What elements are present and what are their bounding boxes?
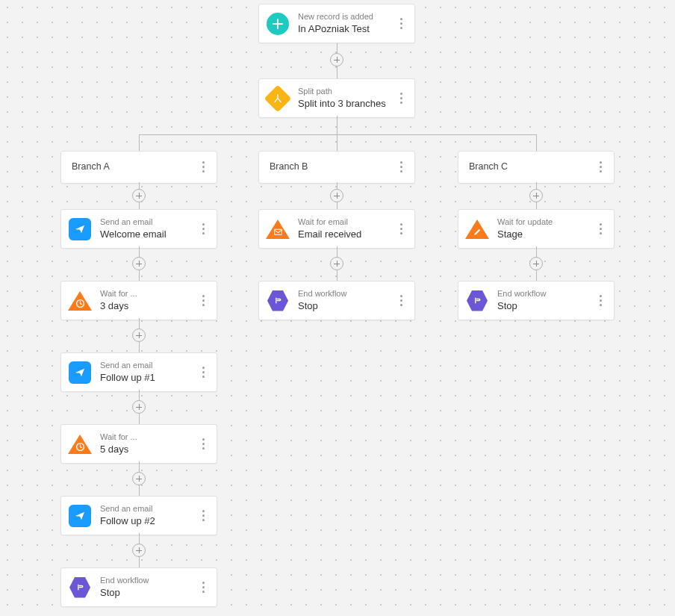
add-step-button[interactable] [330, 257, 343, 270]
kebab-icon[interactable] [194, 223, 212, 234]
kebab-icon[interactable] [194, 438, 212, 449]
connector [536, 134, 537, 151]
node-eyebrow: Send an email [100, 217, 194, 227]
add-step-button[interactable] [132, 544, 146, 557]
branch-a-node-3[interactable]: Wait for ... 5 days [60, 424, 217, 464]
kebab-icon[interactable] [194, 161, 212, 172]
add-step-button[interactable] [529, 257, 543, 270]
node-title: Email received [298, 228, 392, 241]
node-title: Stage [497, 228, 591, 241]
split-eyebrow: Split path [298, 86, 392, 96]
kebab-icon[interactable] [591, 161, 609, 172]
add-step-button[interactable] [330, 53, 343, 66]
node-eyebrow: End workflow [298, 288, 392, 299]
add-step-button[interactable] [132, 329, 146, 342]
branch-b-node-1[interactable]: End workflow Stop [258, 281, 415, 320]
branch-a-node-0[interactable]: Send an email Welcome email [60, 209, 217, 249]
add-step-button[interactable] [132, 189, 146, 202]
plus-icon [267, 13, 289, 35]
node-title: Stop [298, 299, 392, 313]
kebab-icon[interactable] [392, 223, 410, 234]
send-email-icon [69, 361, 91, 384]
connector [139, 134, 536, 135]
wait-clock-icon [69, 290, 91, 312]
send-email-icon [69, 218, 91, 240]
connector [139, 134, 140, 151]
add-step-button[interactable] [529, 189, 543, 202]
workflow-canvas: New record is added In APozniak Test Spl… [0, 0, 675, 616]
node-title: Welcome email [100, 228, 194, 241]
branch-a-node-2[interactable]: Send an email Follow up #1 [60, 352, 217, 392]
node-eyebrow: End workflow [100, 575, 194, 585]
trigger-title: In APozniak Test [298, 22, 392, 36]
branch-c-node-0[interactable]: Wait for update Stage [458, 209, 615, 249]
kebab-icon[interactable] [194, 295, 212, 306]
node-title: Follow up #1 [100, 371, 194, 385]
branch-a-node-1[interactable]: Wait for ... 3 days [60, 281, 217, 320]
stop-icon [267, 290, 289, 312]
node-title: 5 days [100, 443, 194, 456]
add-step-button[interactable] [132, 400, 146, 414]
branch-b-label: Branch B [270, 161, 392, 174]
branch-c-label: Branch C [469, 161, 591, 174]
node-eyebrow: End workflow [497, 288, 591, 299]
node-eyebrow: Wait for update [497, 217, 591, 227]
wait-mail-icon [267, 218, 289, 240]
kebab-icon[interactable] [194, 510, 212, 521]
kebab-icon[interactable] [392, 161, 410, 172]
send-email-icon [69, 505, 91, 527]
split-node[interactable]: Split path Split into 3 branches [258, 78, 415, 118]
kebab-icon[interactable] [392, 93, 410, 104]
branch-a-header[interactable]: Branch A [60, 151, 217, 184]
branch-a-node-5[interactable]: End workflow Stop [60, 567, 217, 607]
svg-rect-2 [274, 229, 281, 234]
node-eyebrow: Wait for ... [100, 432, 194, 442]
node-eyebrow: Send an email [100, 503, 194, 514]
connector [337, 116, 338, 134]
kebab-icon[interactable] [392, 18, 410, 29]
node-title: Follow up #2 [100, 514, 194, 528]
kebab-icon[interactable] [194, 367, 212, 378]
node-title: 3 days [100, 299, 194, 313]
add-step-button[interactable] [330, 189, 343, 202]
node-eyebrow: Wait for email [298, 217, 392, 227]
add-step-button[interactable] [132, 472, 146, 485]
wait-clock-icon [69, 433, 91, 455]
stop-icon [69, 576, 91, 599]
kebab-icon[interactable] [392, 295, 410, 306]
stop-icon [466, 290, 488, 312]
kebab-icon[interactable] [194, 582, 212, 593]
trigger-eyebrow: New record is added [298, 11, 392, 22]
wait-edit-icon [466, 218, 488, 240]
node-title: Stop [497, 299, 591, 313]
node-eyebrow: Send an email [100, 360, 194, 370]
split-icon [267, 87, 289, 110]
trigger-node[interactable]: New record is added In APozniak Test [258, 4, 415, 43]
split-title: Split into 3 branches [298, 97, 392, 111]
add-step-button[interactable] [132, 257, 146, 270]
node-title: Stop [100, 586, 194, 600]
connector [337, 134, 338, 151]
kebab-icon[interactable] [591, 295, 609, 306]
branch-c-header[interactable]: Branch C [458, 151, 615, 184]
kebab-icon[interactable] [591, 223, 609, 234]
branch-b-node-0[interactable]: Wait for email Email received [258, 209, 415, 249]
branch-a-node-4[interactable]: Send an email Follow up #2 [60, 496, 217, 535]
branch-c-node-1[interactable]: End workflow Stop [458, 281, 615, 320]
branch-a-label: Branch A [72, 161, 194, 174]
branch-b-header[interactable]: Branch B [258, 151, 415, 184]
node-eyebrow: Wait for ... [100, 288, 194, 299]
